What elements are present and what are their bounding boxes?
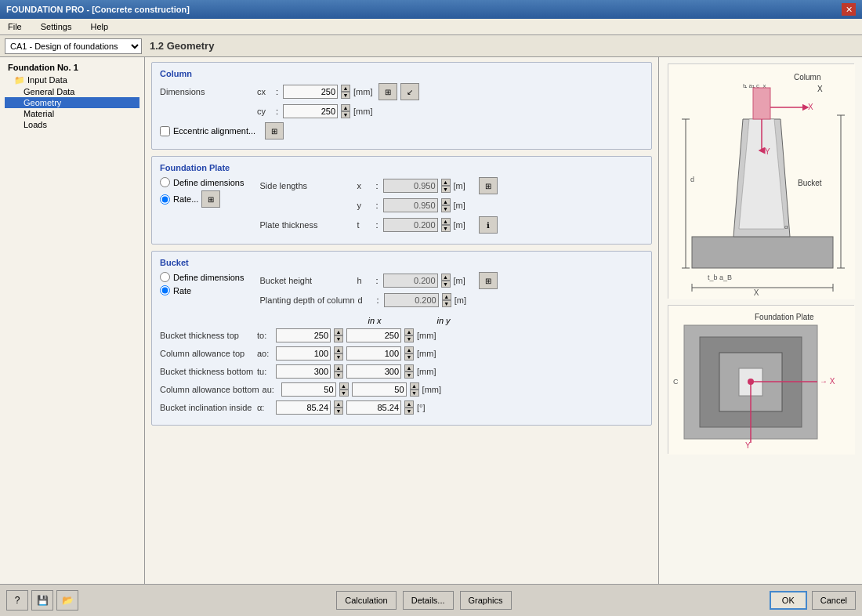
menu-help[interactable]: Help	[85, 20, 113, 33]
bucket-radio-col: Define dimensions Rate	[160, 272, 244, 299]
tree-material[interactable]: Material	[5, 108, 139, 119]
to-x-input[interactable]	[276, 328, 331, 342]
to-y-spinner[interactable]: ▲ ▼	[404, 328, 414, 342]
svg-text:Bucket: Bucket	[798, 179, 822, 187]
cx-unit: [mm]	[353, 87, 375, 96]
title-bar: FOUNDATION PRO - [Concrete construction]…	[0, 0, 862, 19]
fp-y-label: y	[357, 201, 373, 210]
menu-file[interactable]: File	[3, 20, 27, 33]
bucket-height-label: Bucket height	[260, 276, 354, 285]
x-axis-label: X	[817, 85, 823, 93]
help-icon-btn[interactable]: ?	[6, 590, 28, 611]
alpha-x-spinner[interactable]: ▲ ▼	[334, 400, 343, 415]
ok-button[interactable]: OK	[770, 591, 807, 610]
tu-x-spinner[interactable]: ▲ ▼	[334, 364, 343, 379]
tree-loads[interactable]: Loads	[5, 119, 139, 130]
ao-y-spinner[interactable]: ▲ ▼	[404, 346, 414, 361]
ao-x-spinner[interactable]: ▲ ▼	[334, 346, 343, 361]
fp-side-label-row: Side lengths x : ▲ ▼ [m] ⊞	[260, 177, 644, 194]
alpha-y-input[interactable]	[346, 400, 401, 415]
bt-top-label: Bucket thickness top	[160, 331, 254, 340]
fp-rate-row: Rate... ⊞	[160, 190, 244, 208]
cx-down[interactable]: ▼	[341, 92, 350, 99]
load-icon-btn[interactable]: 📂	[56, 590, 78, 611]
calculation-button[interactable]: Calculation	[336, 591, 396, 610]
to-x-spinner[interactable]: ▲ ▼	[334, 328, 343, 342]
fp-radio-col: Define dimensions Rate... ⊞	[160, 177, 244, 211]
alpha-x-input[interactable]	[276, 400, 331, 415]
cx-spinner[interactable]: ▲ ▼	[341, 85, 350, 99]
bucket-d-label: d	[358, 295, 374, 305]
column-copy-btn[interactable]: ⊞	[378, 83, 397, 100]
svg-text:Y: Y	[745, 441, 751, 450]
to-y-input[interactable]	[346, 328, 401, 342]
close-button[interactable]: ✕	[842, 3, 856, 16]
fp-rate-btn[interactable]: ⊞	[201, 190, 220, 208]
bucket-h-input[interactable]	[383, 274, 438, 288]
fp-t-input[interactable]	[383, 218, 438, 232]
bt-bot-label: Bucket thickness bottom	[160, 367, 254, 376]
dimensions-row: Dimensions cx : ▲ ▼ [mm] ⊞ ↙	[160, 83, 643, 100]
fp-t-label: t	[357, 220, 373, 230]
cy-unit: [mm]	[353, 107, 375, 116]
au-y-spinner[interactable]: ▲ ▼	[410, 382, 419, 397]
eccentric-btn[interactable]: ⊞	[265, 122, 284, 140]
bucket-h-copy-btn[interactable]: ⊞	[479, 272, 498, 289]
tree-general-data[interactable]: General Data	[5, 86, 139, 97]
tree-input-data[interactable]: 📁 Input Data	[5, 74, 139, 86]
tree-geometry[interactable]: Geometry	[5, 97, 139, 108]
side-view-svg: Column X t₁ a₁ c_x X	[668, 64, 855, 299]
save-icon-btn[interactable]: 💾	[31, 590, 53, 611]
bucket-height-row: Bucket height h : ▲ ▼ [m] ⊞	[260, 272, 644, 289]
fp-info-btn[interactable]: ℹ	[479, 216, 498, 234]
ao-y-input[interactable]	[346, 346, 401, 361]
column-diagram-label: Column	[794, 73, 820, 82]
cy-down[interactable]: ▼	[341, 111, 350, 118]
bucket-d-spinner[interactable]: ▲ ▼	[442, 293, 451, 307]
cancel-button[interactable]: Cancel	[812, 591, 856, 610]
tu-y-spinner[interactable]: ▲ ▼	[404, 364, 414, 379]
menu-settings[interactable]: Settings	[36, 20, 77, 33]
cx-input[interactable]	[283, 85, 338, 99]
fp-rate-radio[interactable]	[160, 194, 170, 205]
fp-define-row: Define dimensions	[160, 177, 244, 187]
bucket-rate-radio[interactable]	[160, 285, 170, 295]
cy-input[interactable]	[283, 104, 338, 118]
diagram-top-view: Foundation Plate → X Y	[668, 305, 854, 454]
column-import-btn[interactable]: ↙	[400, 83, 419, 100]
alpha-y-spinner[interactable]: ▲ ▼	[404, 400, 414, 415]
main-content: Column Dimensions cx : ▲ ▼ [mm] ⊞ ↙	[145, 57, 658, 584]
bucket-h-spinner[interactable]: ▲ ▼	[441, 274, 451, 288]
cy-spinner[interactable]: ▲ ▼	[341, 104, 350, 118]
sidebar: Foundation No. 1 📁 Input Data General Da…	[0, 57, 145, 584]
bucket-header: Bucket	[160, 258, 643, 267]
fp-side-lengths-label: Side lengths	[260, 181, 354, 190]
fp-t-spinner[interactable]: ▲ ▼	[441, 218, 451, 232]
au-x-input[interactable]	[281, 382, 336, 397]
tu-y-input[interactable]	[346, 364, 401, 379]
graphics-button[interactable]: Graphics	[460, 591, 512, 610]
tu-x-input[interactable]	[276, 364, 331, 379]
bucket-define-radio[interactable]	[160, 272, 170, 282]
fp-x-spinner[interactable]: ▲ ▼	[441, 179, 451, 193]
svg-text:Y: Y	[765, 147, 770, 156]
fp-x-copy-btn[interactable]: ⊞	[479, 177, 498, 194]
design-dropdown[interactable]: CA1 - Design of foundations	[5, 38, 142, 54]
cy-label: cy	[257, 107, 273, 116]
fp-x-input[interactable]	[383, 179, 438, 193]
fp-y-input[interactable]	[383, 198, 438, 212]
cy-up[interactable]: ▲	[341, 104, 350, 111]
bucket-rate-row: Rate	[160, 285, 244, 295]
au-x-spinner[interactable]: ▲ ▼	[339, 382, 349, 397]
ao-label: ao:	[257, 349, 273, 358]
details-button[interactable]: Details...	[403, 591, 454, 610]
cx-up[interactable]: ▲	[341, 85, 350, 92]
svg-rect-5	[753, 88, 770, 119]
fp-y-spinner[interactable]: ▲ ▼	[441, 198, 451, 212]
ao-x-input[interactable]	[276, 346, 331, 361]
eccentric-checkbox[interactable]	[160, 126, 170, 136]
bucket-d-input[interactable]	[384, 293, 439, 307]
au-y-input[interactable]	[352, 382, 407, 397]
fp-define-radio[interactable]	[160, 177, 170, 187]
svg-text:d: d	[690, 176, 694, 183]
